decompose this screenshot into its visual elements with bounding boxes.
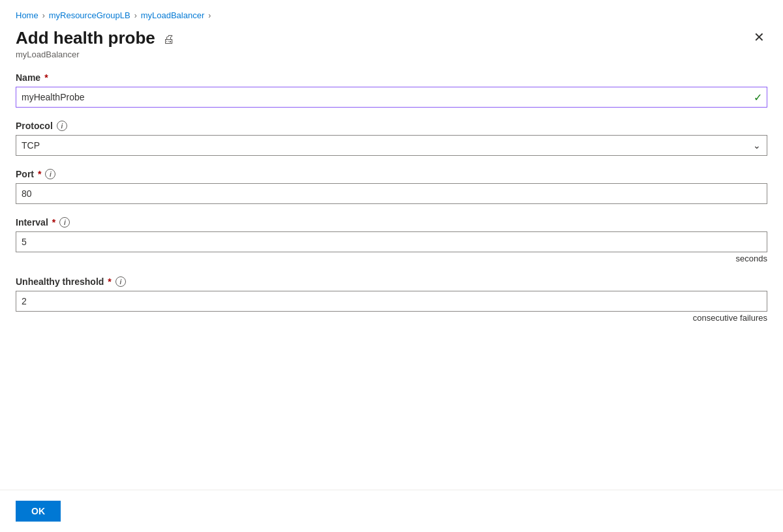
- print-icon[interactable]: 🖨: [163, 33, 175, 46]
- unhealthy-threshold-input[interactable]: [16, 291, 767, 312]
- form-content: Name * ✓ Protocol i TCP HTTP HTTPS ⌄: [0, 62, 783, 490]
- name-group: Name * ✓: [16, 72, 767, 108]
- page-container: Home › myResourceGroupLB › myLoadBalance…: [0, 0, 783, 532]
- unhealthy-threshold-info-icon[interactable]: i: [115, 276, 126, 287]
- interval-label: Interval * i: [16, 217, 767, 228]
- breadcrumb-home[interactable]: Home: [16, 10, 38, 20]
- unhealthy-threshold-suffix: consecutive failures: [16, 313, 767, 323]
- name-label: Name *: [16, 72, 767, 83]
- interval-input[interactable]: [16, 231, 767, 252]
- interval-group: Interval * i seconds: [16, 217, 767, 263]
- breadcrumb-sep-2: ›: [134, 11, 137, 20]
- breadcrumb-resource-group[interactable]: myResourceGroupLB: [49, 10, 130, 20]
- name-required: *: [44, 72, 48, 83]
- ok-button[interactable]: OK: [16, 501, 61, 522]
- interval-suffix: seconds: [16, 254, 767, 263]
- close-button[interactable]: ✕: [751, 28, 767, 46]
- protocol-select[interactable]: TCP HTTP HTTPS: [16, 135, 767, 156]
- name-checkmark-icon: ✓: [754, 91, 762, 104]
- protocol-select-wrapper: TCP HTTP HTTPS ⌄: [16, 135, 767, 156]
- breadcrumb-sep-1: ›: [42, 11, 45, 20]
- port-label: Port * i: [16, 169, 767, 179]
- port-info-icon[interactable]: i: [45, 169, 55, 179]
- breadcrumb-sep-3: ›: [208, 11, 211, 20]
- name-input[interactable]: [16, 87, 767, 108]
- page-footer: OK: [0, 490, 783, 532]
- port-required: *: [38, 169, 41, 179]
- page-header: Add health probe 🖨 myLoadBalancer ✕: [0, 23, 783, 62]
- interval-required: *: [52, 217, 55, 228]
- port-group: Port * i: [16, 169, 767, 204]
- page-title-row: Add health probe 🖨: [16, 28, 175, 48]
- interval-info-icon[interactable]: i: [59, 217, 70, 228]
- page-title: Add health probe: [16, 28, 155, 48]
- breadcrumb-load-balancer[interactable]: myLoadBalancer: [141, 10, 205, 20]
- protocol-label: Protocol i: [16, 121, 767, 131]
- port-input[interactable]: [16, 183, 767, 204]
- unhealthy-threshold-label: Unhealthy threshold * i: [16, 276, 767, 287]
- protocol-info-icon[interactable]: i: [57, 121, 67, 131]
- header-left: Add health probe 🖨 myLoadBalancer: [16, 28, 175, 59]
- name-input-wrapper: ✓: [16, 87, 767, 108]
- unhealthy-threshold-group: Unhealthy threshold * i consecutive fail…: [16, 276, 767, 323]
- unhealthy-threshold-required: *: [108, 276, 111, 287]
- protocol-group: Protocol i TCP HTTP HTTPS ⌄: [16, 121, 767, 156]
- page-subtitle: myLoadBalancer: [16, 50, 175, 59]
- breadcrumb: Home › myResourceGroupLB › myLoadBalance…: [0, 0, 783, 23]
